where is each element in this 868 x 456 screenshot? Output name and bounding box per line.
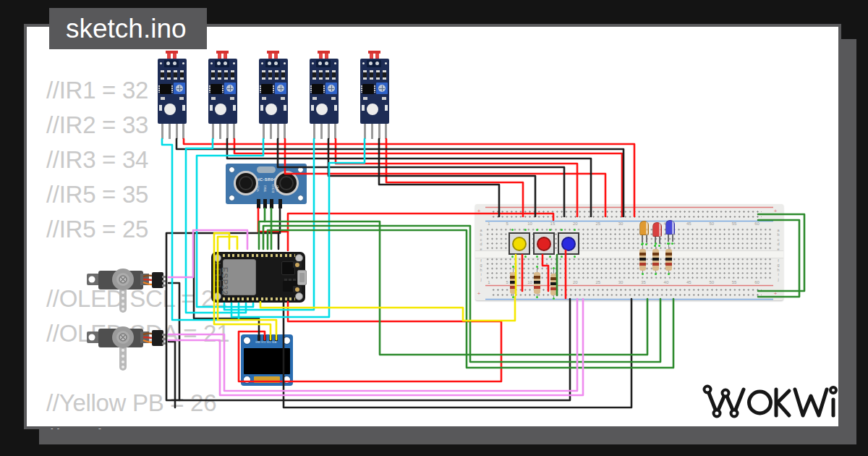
gnd-pin[interactable] — [258, 335, 260, 341]
solder-pad — [179, 97, 184, 100]
ir-pin[interactable] — [313, 124, 315, 139]
ir-emitter-led — [318, 51, 330, 59]
trimpot[interactable] — [174, 83, 185, 94]
ir-pin[interactable] — [176, 124, 178, 139]
resistor[interactable] — [510, 272, 516, 294]
minus-mark — [362, 62, 365, 64]
svg-text:d: d — [777, 242, 779, 246]
ir-pin[interactable] — [182, 124, 184, 139]
ir-sensor-module[interactable] — [259, 51, 288, 139]
mounting-hole — [243, 337, 251, 345]
ir-pin[interactable] — [320, 124, 323, 139]
connection-dot — [512, 266, 514, 268]
hc-sr04-ultrasonic-sensor[interactable]: HC-SR04 VCCTRIGECHOGND — [226, 164, 307, 204]
smd-resistor — [326, 70, 329, 80]
side-pad — [284, 105, 286, 111]
servo-connector[interactable] — [152, 272, 163, 288]
boot-button[interactable] — [293, 286, 302, 292]
svg-text:55: 55 — [732, 221, 737, 226]
ir-sensor-module[interactable] — [360, 51, 389, 139]
ir-pin[interactable] — [169, 124, 171, 139]
smd-resistor — [332, 70, 336, 80]
code-comment-line: //IR1 = 32 — [46, 77, 148, 104]
connection-dot — [553, 297, 555, 300]
minus-mark — [210, 62, 213, 64]
oled-display[interactable]: GND VCC SCL SDA — [241, 334, 293, 386]
smd-resistor — [262, 70, 265, 80]
ir-pin[interactable] — [334, 124, 336, 139]
resistor[interactable] — [652, 249, 659, 271]
ir-pin[interactable] — [284, 124, 286, 139]
ir-emitter-led — [267, 51, 279, 59]
scl-pin[interactable] — [269, 335, 272, 341]
trimpot[interactable] — [376, 83, 388, 94]
blue-led[interactable] — [665, 220, 675, 237]
esp32-devkit-board[interactable]: ESP32 — [211, 252, 305, 303]
trimpot[interactable] — [275, 83, 286, 94]
led-leg — [672, 235, 673, 242]
orange-led[interactable] — [639, 221, 649, 238]
connection-dot — [655, 242, 657, 245]
echo-pin[interactable] — [270, 199, 273, 208]
svg-text:f: f — [778, 258, 779, 263]
connector-pin — [162, 334, 167, 336]
ir-sensor-module[interactable] — [158, 51, 187, 139]
trimpot[interactable] — [224, 83, 236, 94]
svg-text:25: 25 — [595, 221, 600, 226]
arm-hole — [122, 355, 124, 358]
ir-pin[interactable] — [378, 124, 380, 139]
servo-connector[interactable] — [152, 330, 163, 346]
gpio-pin-row-bottom[interactable] — [223, 297, 295, 300]
connection-dot — [574, 256, 576, 258]
file-tab[interactable]: sketch.ino — [49, 8, 207, 49]
ir-pin[interactable] — [277, 124, 279, 139]
ir-pin[interactable] — [385, 124, 387, 139]
gnd-pin[interactable] — [278, 199, 282, 208]
side-pad — [159, 105, 162, 111]
smd-resistor — [161, 70, 164, 80]
trimpot[interactable] — [326, 83, 337, 94]
ir-pin[interactable] — [371, 124, 373, 139]
ir-pin[interactable] — [364, 124, 366, 139]
indicator-led — [316, 104, 328, 115]
button-cap[interactable] — [561, 237, 576, 251]
resistor[interactable] — [550, 274, 557, 295]
button-cap[interactable] — [512, 237, 527, 251]
red-led[interactable] — [652, 222, 662, 240]
connection-dot — [553, 267, 555, 269]
vcc-pin[interactable] — [263, 335, 266, 341]
blue-pushbutton[interactable] — [558, 232, 579, 255]
ir-pin[interactable] — [233, 124, 235, 139]
yellow-pushbutton[interactable] — [509, 232, 530, 255]
ir-pin[interactable] — [270, 124, 272, 139]
arm-hole — [122, 303, 124, 305]
resistor[interactable] — [665, 249, 672, 271]
ir-pin[interactable] — [226, 124, 229, 139]
esp32-shield-label: ESP32 — [221, 267, 229, 295]
ir-sensor-module[interactable] — [310, 51, 339, 139]
trig-pin[interactable] — [263, 199, 267, 208]
ir-pin[interactable] — [212, 124, 214, 139]
ir-pin[interactable] — [161, 124, 163, 139]
svg-text:5: 5 — [506, 280, 509, 284]
file-tab-label: sketch.ino — [66, 14, 187, 43]
vcc-pin[interactable] — [257, 199, 260, 208]
ir-pin[interactable] — [263, 124, 265, 139]
solder-pad — [363, 97, 367, 100]
sda-pin[interactable] — [275, 335, 278, 341]
comparator-ic — [312, 84, 323, 94]
ir-sensor-module[interactable] — [208, 51, 237, 139]
ir-pin[interactable] — [219, 124, 221, 139]
svg-text:+: + — [774, 208, 778, 214]
button-cap[interactable] — [537, 237, 551, 251]
gpio-pin-row-top[interactable] — [223, 254, 295, 257]
ir-pcb — [360, 59, 389, 124]
ir-pin[interactable] — [328, 124, 330, 139]
code-comment-line: //IR3 = 34 — [46, 146, 148, 174]
red-pushbutton[interactable] — [533, 232, 555, 255]
en-button[interactable] — [293, 261, 302, 268]
resistor[interactable] — [639, 249, 646, 271]
resistor[interactable] — [534, 272, 540, 294]
servo-motor-1[interactable] — [85, 262, 169, 321]
servo-motor-2[interactable] — [85, 320, 169, 379]
